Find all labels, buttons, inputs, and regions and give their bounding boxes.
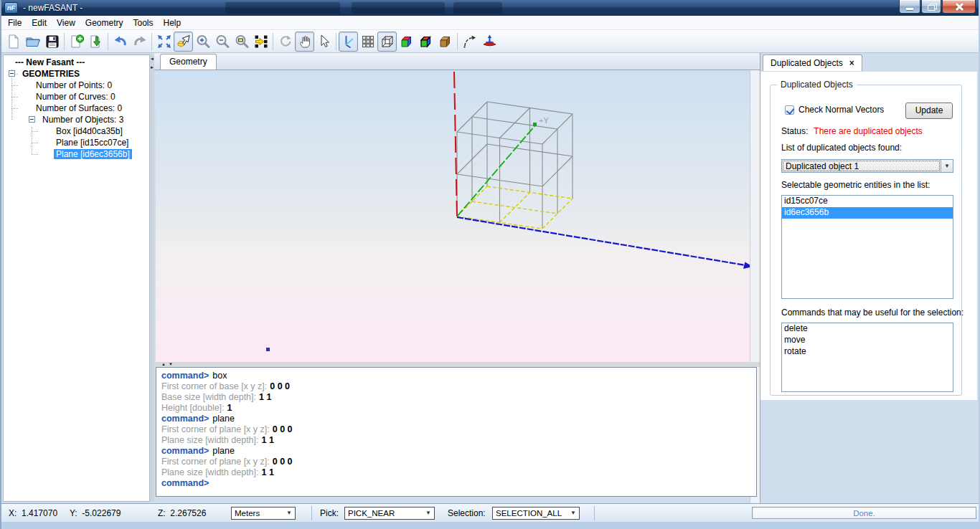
tab-close-icon[interactable]: × [849,59,854,67]
solid-mode-button[interactable] [397,32,416,52]
solid-edges-mode-button[interactable] [416,32,435,52]
check-normal-vectors-checkbox[interactable] [785,105,794,115]
undo-button[interactable] [110,32,130,52]
group-title: Duplicated Objects [777,80,857,90]
save-button[interactable] [42,32,62,52]
background-window-ghost [453,2,502,14]
pick-extend-button[interactable] [174,32,193,52]
pan-button[interactable] [295,32,314,52]
restore-button[interactable] [921,0,941,14]
duplicated-list-label: List of duplicated objects found: [781,143,902,153]
console-value: 1 1 [262,467,274,477]
units-dropdown[interactable]: Meters▼ [231,507,296,520]
chevron-down-icon[interactable]: ▼ [941,160,953,172]
tree-item-plane-2-selected[interactable]: Plane [id6ec3656b] [54,148,132,160]
tree-guide-line [11,70,12,120]
tab-geometry[interactable]: Geometry [160,54,217,70]
coordinate-z-value: 2.267526 [170,508,206,518]
tree-item-surfaces[interactable]: Number of Surfaces: 0 [34,103,124,114]
application-window: nF - newFASANT - File Edit View Geometry… [0,0,980,529]
toolbar-separator [108,33,108,50]
pick-extend-icon [176,34,192,49]
tree-item-label: Box [id4d0ca35b] [54,126,125,136]
grid-view-button[interactable] [358,32,377,52]
y-axis-label: +Y [539,116,549,125]
menu-edit[interactable]: Edit [27,16,52,30]
coordinate-x-value: 1.417070 [22,508,57,518]
geometry-viewport[interactable]: +Y + [156,70,750,362]
collapse-expander-icon[interactable] [29,116,35,123]
progress-text: Done. [853,509,875,518]
z-axis [454,72,457,216]
new-file-button[interactable] [4,32,23,52]
splitter-up-icon[interactable]: ▲ [161,362,166,367]
collapse-expander-icon[interactable] [9,70,15,77]
selection-mode-dropdown[interactable]: SELECTION_ALL▼ [492,507,580,520]
menu-tools[interactable]: Tools [128,16,159,30]
tree-root-label: --- New Fasant --- [13,57,87,67]
status-bar: X: 1.417070 Y: -5.022679 Z: 2.267526 Met… [1,503,980,522]
chevron-down-icon: ▼ [286,507,292,519]
tree-guide-line [11,108,18,109]
tree-item-plane-1[interactable]: Plane [id15cc07ce] [54,137,131,148]
duplicated-objects-group: Duplicated Objects Check Normal Vectors … [770,85,962,396]
list-item-command[interactable]: move [782,335,953,346]
pick-mode-dropdown[interactable]: PICK_NEAR▼ [344,507,435,520]
tree-viewport-splitter[interactable]: ◄ ► [150,54,154,502]
normal-vectors-button[interactable] [479,32,499,52]
command-console[interactable]: command>box First corner of base [x y z]… [156,367,757,497]
zoom-window-button[interactable] [232,32,251,52]
rotate-view-button[interactable] [275,32,295,52]
zoom-out-button[interactable] [212,32,232,52]
list-item-command[interactable]: delete [782,323,953,335]
tree-item-geometries[interactable]: GEOMETRIES [20,68,82,80]
menu-help[interactable]: Help [159,16,187,30]
tab-duplicated-objects[interactable]: Duplicated Objects × [763,54,862,71]
visibility-swap-button[interactable] [251,32,270,52]
open-button[interactable] [23,32,42,52]
update-button[interactable]: Update [905,103,953,119]
fit-view-button[interactable] [154,32,174,52]
tree-item-label: Number of Objects: 3 [40,115,126,125]
list-item-command[interactable]: rotate [782,346,953,358]
commands-listbox[interactable]: delete move rotate [781,323,953,392]
pick-label: Pick: [320,504,339,523]
tree-item-objects[interactable]: Number of Objects: 3 [40,114,126,125]
selection-label: Selection: [448,504,486,523]
rotate-command-button[interactable] [460,32,479,52]
units-value: Meters [235,509,260,518]
select-cursor-button[interactable] [314,32,334,52]
minimize-button[interactable] [899,0,920,14]
fit-view-icon [156,34,172,49]
wireframe-mode-button[interactable] [377,32,397,52]
tree-item-points[interactable]: Number of Points: 0 [34,80,114,91]
redo-button[interactable] [130,32,149,52]
visibility-swap-icon [253,34,269,49]
list-item-entity[interactable]: id15cc07ce [782,196,953,207]
tree-root[interactable]: --- New Fasant --- [13,57,87,68]
x-axis-arrowhead [743,262,750,270]
undo-icon [113,34,128,49]
zoom-in-icon [195,34,211,49]
checkbox-label: Check Normal Vectors [798,105,884,115]
list-item-entity-selected[interactable]: id6ec3656b [782,207,953,219]
textured-mode-button[interactable] [435,32,455,52]
menu-file[interactable]: File [3,16,27,30]
menu-geometry[interactable]: Geometry [80,16,128,30]
close-button[interactable] [942,0,976,14]
x-axis [457,217,745,265]
duplicated-object-dropdown[interactable]: Duplicated object 1 ▼ [781,159,953,173]
import-document-button[interactable] [86,32,105,52]
console-command: box [212,371,227,381]
splitter-down-icon[interactable]: ▼ [169,362,173,367]
entities-listbox[interactable]: id15cc07ce id6ec3656b [781,195,953,299]
menu-view[interactable]: View [52,16,80,30]
add-document-button[interactable] [67,32,86,52]
close-icon [954,2,963,11]
tree-item-box[interactable]: Box [id4d0ca35b] [54,125,125,137]
background-window-ghost [352,2,445,14]
tree-item-curves[interactable]: Number of Curves: 0 [34,91,118,103]
zoom-in-button[interactable] [193,32,212,52]
canvas-console-splitter[interactable]: ▲ ▼ [156,362,760,367]
axes-view-button[interactable] [339,32,358,52]
